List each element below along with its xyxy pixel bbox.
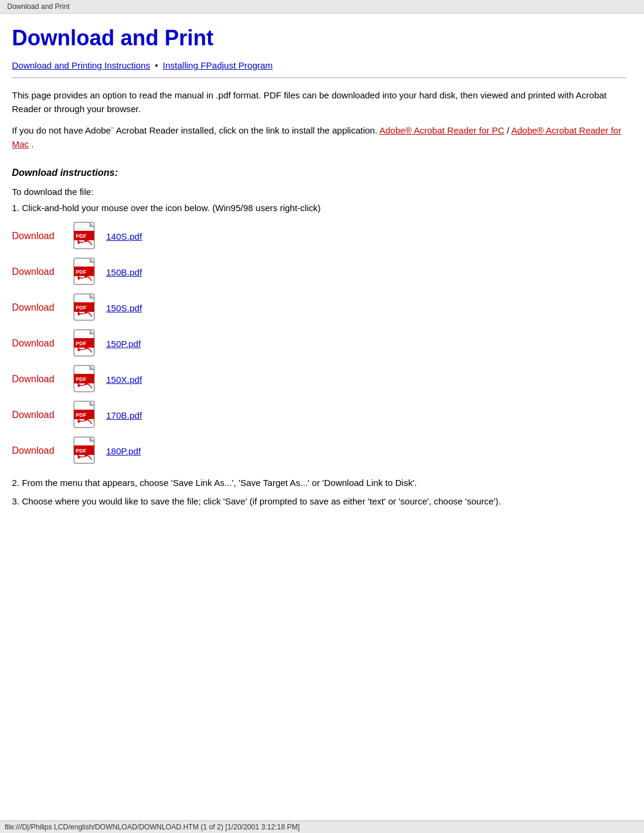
nav-link-download-instructions[interactable]: Download and Printing Instructions (12, 60, 150, 70)
list-item: Download PDF 170B.pdf (12, 400, 626, 430)
download-label-5: Download (12, 410, 66, 420)
nav-link-fpadjust[interactable]: Installing FPadjust Program (163, 60, 273, 70)
download-list: Download PDF 140S.pdf (12, 221, 626, 466)
pdf-link-6[interactable]: 180P.pdf (106, 446, 141, 456)
divider (12, 78, 626, 78)
svg-text:PDF: PDF (76, 233, 87, 239)
svg-point-46 (78, 456, 80, 459)
download-label-4: Download (12, 374, 66, 385)
pdf-link-1[interactable]: 150B.pdf (106, 267, 142, 277)
svg-point-26 (85, 347, 87, 349)
pdf-icon-3: PDF (73, 329, 99, 358)
section-heading: Download instructions: (12, 168, 626, 178)
pdf-link-2[interactable]: 150S.pdf (106, 303, 142, 313)
pdf-icon-1: PDF (73, 257, 99, 287)
download-label-1: Download (12, 267, 66, 277)
acrobat-link-pc[interactable]: Adobe® Acrobat Reader for PC (379, 125, 504, 135)
pdf-link-3[interactable]: 150P.pdf (106, 339, 141, 349)
svg-text:PDF: PDF (76, 305, 87, 311)
pdf-icon-4: PDF (73, 364, 99, 394)
pdf-link-0[interactable]: 140S.pdf (106, 231, 142, 241)
svg-text:PDF: PDF (76, 340, 87, 346)
download-label-0: Download (12, 231, 66, 241)
pdf-link-4[interactable]: 150X.pdf (106, 374, 142, 385)
download-label-6: Download (12, 445, 66, 456)
download-label-2: Download (12, 302, 66, 313)
svg-point-33 (85, 383, 87, 385)
pdf-icon-5: PDF (73, 400, 99, 430)
browser-tab-title: Download and Print (7, 2, 70, 11)
svg-point-4 (78, 241, 80, 244)
list-item: Download PDF 180P.pdf (12, 436, 626, 466)
status-bar: file:///D|/Philips LCD/english/DOWNLOAD/… (0, 820, 644, 833)
svg-text:PDF: PDF (76, 412, 87, 418)
svg-point-19 (85, 311, 87, 314)
page-title: Download and Print (12, 26, 626, 51)
svg-point-11 (78, 277, 80, 280)
status-bar-text: file:///D|/Philips LCD/english/DOWNLOAD/… (5, 823, 300, 831)
acrobat-paragraph: If you do not have Adobe¨ Acrobat Reader… (12, 124, 626, 151)
svg-point-40 (85, 419, 87, 421)
list-item: Download PDF 150B.pdf (12, 257, 626, 287)
step-2-text: 2. From the menu that appears, choose 'S… (12, 478, 626, 488)
svg-text:PDF: PDF (76, 376, 87, 382)
svg-text:PDF: PDF (76, 269, 87, 275)
svg-point-25 (78, 349, 80, 351)
step-1-text: 1. Click-and-hold your mouse over the ic… (12, 203, 626, 213)
svg-point-32 (78, 385, 80, 387)
svg-point-18 (78, 313, 80, 315)
pdf-icon-0: PDF (73, 221, 99, 251)
pdf-icon-6: PDF (73, 436, 99, 466)
step-3-text: 3. Choose where you would like to save t… (12, 496, 626, 506)
pdf-icon-2: PDF (73, 293, 99, 323)
svg-point-47 (85, 454, 87, 457)
nav-links: Download and Printing Instructions • Ins… (12, 60, 626, 70)
list-item: Download PDF 150P.pdf (12, 329, 626, 358)
intro-paragraph: This page provides an option to read the… (12, 89, 626, 116)
svg-text:PDF: PDF (76, 448, 87, 454)
acrobat-period: . (32, 139, 34, 149)
list-item: Download PDF 150S.pdf (12, 293, 626, 323)
pdf-link-5[interactable]: 170B.pdf (106, 410, 142, 420)
download-label-3: Download (12, 338, 66, 349)
svg-point-39 (78, 420, 80, 423)
page-content: Download and Print Download and Printing… (0, 14, 644, 562)
to-download-text: To download the file: (12, 187, 626, 197)
browser-tab: Download and Print (0, 0, 644, 14)
list-item: Download PDF 150X.pdf (12, 364, 626, 394)
acrobat-text-before: If you do not have Adobe¨ Acrobat Reader… (12, 125, 377, 135)
svg-point-12 (85, 275, 87, 278)
list-item: Download PDF 140S.pdf (12, 221, 626, 251)
svg-point-5 (85, 240, 87, 242)
nav-separator: • (155, 60, 158, 70)
